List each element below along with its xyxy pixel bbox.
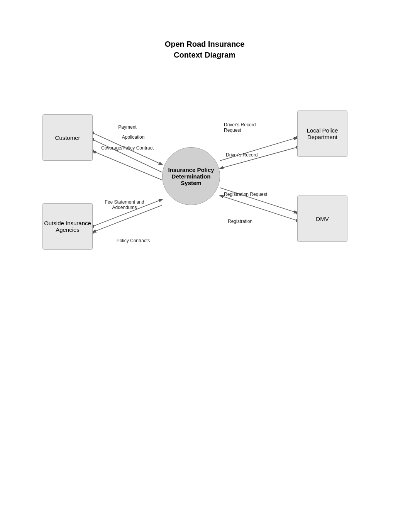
diagram-container: Open Road Insurance Context Diagram bbox=[31, 39, 378, 278]
registration-label: Registration bbox=[228, 219, 272, 224]
registration-request-label: Registration Request bbox=[224, 192, 268, 197]
drivers-record-request-label: Driver's Record Request bbox=[224, 122, 268, 133]
diagram-area: Customer Local Police Department DMV Out… bbox=[31, 76, 378, 292]
local-police-label: Local Police Department bbox=[298, 127, 347, 140]
customer-label: Customer bbox=[55, 134, 80, 141]
svg-line-4 bbox=[220, 147, 297, 168]
outside-insurance-entity: Outside Insurance Agencies bbox=[42, 203, 93, 250]
diagram-title: Open Road Insurance Context Diagram bbox=[31, 39, 378, 60]
fee-statement-label: Fee Statement and Addendums bbox=[95, 199, 154, 210]
policy-contracts-label: Policy Contracts bbox=[106, 238, 160, 243]
dmv-entity: DMV bbox=[297, 195, 347, 242]
local-police-entity: Local Police Department bbox=[297, 110, 347, 157]
svg-line-1 bbox=[93, 139, 162, 172]
drivers-record-label: Driver's Record bbox=[226, 152, 270, 158]
process-circle: Insurance Policy Determination System bbox=[162, 147, 220, 205]
svg-line-6 bbox=[220, 195, 297, 221]
svg-line-2 bbox=[93, 151, 162, 180]
outside-insurance-label: Outside Insurance Agencies bbox=[43, 220, 92, 233]
customer-entity: Customer bbox=[42, 114, 93, 161]
payment-label: Payment bbox=[106, 124, 149, 130]
title-line1: Open Road Insurance bbox=[165, 40, 245, 48]
application-label: Application bbox=[114, 134, 152, 140]
dmv-label: DMV bbox=[316, 216, 329, 222]
process-label: Insurance Policy Determination System bbox=[163, 167, 220, 186]
title-line2: Context Diagram bbox=[174, 51, 235, 59]
coverage-policy-label: Coverage/Policy Contract bbox=[98, 145, 156, 151]
